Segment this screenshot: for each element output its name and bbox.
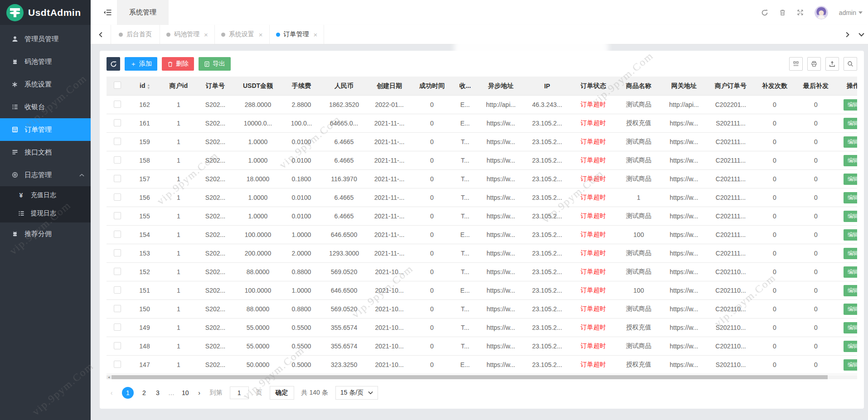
sidebar-item-cashier[interactable]: 收银台 [0, 96, 91, 118]
sidebar-item-withdraw-log[interactable]: 提现日志 [0, 204, 91, 222]
trash-icon[interactable] [779, 9, 786, 16]
refresh-icon[interactable] [761, 9, 768, 16]
tab-close-icon[interactable]: × [259, 31, 263, 38]
edit-button[interactable]: 编辑 [844, 359, 857, 371]
row-checkbox[interactable] [114, 212, 121, 219]
edit-button[interactable]: 编辑 [844, 248, 857, 259]
row-checkbox[interactable] [114, 305, 121, 312]
column-header-receive-addr: 收... [452, 77, 478, 96]
goto-page-input[interactable] [230, 386, 249, 399]
page-prev-icon[interactable]: ‹ [108, 389, 115, 396]
row-select-cell [107, 133, 128, 151]
print-icon[interactable] [807, 57, 821, 71]
topbar-actions: admin [761, 6, 868, 19]
edit-button[interactable]: 编辑 [844, 174, 857, 185]
topnav-system-management[interactable]: 系统管理 [117, 0, 169, 25]
tab-close-icon[interactable]: × [204, 31, 208, 38]
username[interactable]: admin [839, 9, 863, 16]
page-button-10[interactable]: 10 [182, 389, 189, 396]
tabs-menu-chevron-down-icon[interactable] [854, 25, 868, 44]
edit-button[interactable]: 编辑 [844, 304, 857, 315]
edit-button[interactable]: 编辑 [844, 341, 857, 352]
sidebar-item-recharge-log[interactable]: ¥充值日志 [0, 186, 91, 204]
row-checkbox[interactable] [114, 342, 121, 349]
edit-button[interactable]: 编辑 [844, 211, 857, 222]
row-checkbox[interactable] [114, 193, 121, 201]
cell-id: 159 [128, 133, 161, 151]
page-button-1[interactable]: 1 [122, 387, 134, 399]
row-checkbox[interactable] [114, 361, 121, 368]
sidebar-item-admin-management[interactable]: 管理员管理 [0, 28, 91, 50]
column-header-label: 网关地址 [671, 82, 697, 89]
caret-down-icon [858, 11, 863, 14]
horizontal-scrollbar[interactable]: ◂ [107, 375, 857, 379]
edit-button[interactable]: 编辑 [844, 229, 857, 241]
refresh-button[interactable] [107, 57, 120, 71]
edit-button[interactable]: 编辑 [844, 99, 857, 111]
tab-home[interactable]: 后台首页 [111, 25, 160, 44]
cell-order-no: S202... [196, 300, 234, 319]
cell-order-no: S202... [196, 281, 234, 300]
row-checkbox[interactable] [114, 249, 121, 256]
tab-close-icon[interactable]: × [314, 31, 318, 38]
cell-async-url: https://w... [478, 356, 524, 374]
select-all-checkbox[interactable] [114, 82, 121, 89]
row-checkbox[interactable] [114, 156, 121, 164]
confirm-button[interactable]: 确定 [270, 386, 294, 400]
sidebar-item-system-settings[interactable]: 系统设置 [0, 73, 91, 96]
scrollbar-left-arrow-icon[interactable]: ◂ [107, 375, 111, 379]
search-icon[interactable] [844, 57, 857, 71]
tab-codepool[interactable]: 码池管理× [160, 25, 215, 44]
page-button-2[interactable]: 2 [141, 389, 147, 396]
cell-usdt-amount: 1.0000 [234, 133, 281, 151]
row-checkbox[interactable] [114, 268, 121, 275]
cell-order-status: 订单超时 [571, 170, 616, 188]
columns-filter-icon[interactable] [789, 57, 803, 71]
cell-last-resend: 0 [795, 319, 837, 337]
sort-icon[interactable]: ▴▾ [147, 83, 150, 90]
export-data-icon[interactable] [825, 57, 839, 71]
edit-button[interactable]: 编辑 [844, 118, 857, 129]
row-checkbox[interactable] [114, 323, 121, 331]
sidebar-item-label: 充值日志 [31, 191, 56, 199]
row-checkbox[interactable] [114, 286, 121, 294]
edit-button[interactable]: 编辑 [844, 322, 857, 333]
cell-resend-count: 0 [755, 319, 795, 337]
tab-orders[interactable]: 订单管理× [270, 25, 325, 44]
cell-last-resend: 0 [795, 170, 837, 188]
delete-button[interactable]: 删除 [162, 57, 194, 71]
add-button[interactable]: ＋ 添加 [125, 57, 157, 71]
cell-order-no: S202... [196, 226, 234, 244]
sidebar-item-api-docs[interactable]: 接口文档 [0, 141, 91, 164]
cell-merchant-id: 1 [161, 207, 196, 226]
cell-order-status: 订单超时 [571, 263, 616, 281]
page-button-3[interactable]: 3 [155, 389, 161, 396]
row-checkbox[interactable] [114, 231, 121, 238]
cell-created-date: 2021-11-... [367, 170, 412, 188]
edit-button[interactable]: 编辑 [844, 136, 857, 148]
edit-button[interactable]: 编辑 [844, 192, 857, 203]
page-next-icon[interactable]: › [196, 389, 203, 396]
page-size-select[interactable]: 15 条/页 [335, 386, 378, 400]
cell-success-time: 0 [412, 263, 452, 281]
tabs-scroll-right-icon[interactable] [841, 25, 854, 44]
sidebar-item-log-management[interactable]: 日志管理 [0, 164, 91, 186]
scrollbar-thumb[interactable] [112, 375, 828, 379]
avatar[interactable] [815, 6, 828, 19]
row-checkbox[interactable] [114, 119, 121, 126]
sidebar-item-order-management[interactable]: 订单管理 [0, 118, 91, 141]
fullscreen-icon[interactable] [797, 9, 804, 16]
export-button[interactable]: 导出 [199, 57, 231, 71]
table-row: 1551S202...1.00000.01006.46652021-11-...… [107, 207, 857, 226]
row-checkbox[interactable] [114, 175, 121, 182]
sidebar-item-codepool-management[interactable]: 码池管理 [0, 50, 91, 73]
edit-button[interactable]: 编辑 [844, 155, 857, 166]
row-checkbox[interactable] [114, 101, 121, 108]
tabs-scroll-left-icon[interactable] [91, 25, 111, 44]
sidebar-item-referral-commission[interactable]: 推荐分佣 [0, 222, 91, 245]
row-checkbox[interactable] [114, 138, 121, 145]
edit-button[interactable]: 编辑 [844, 285, 857, 296]
tab-settings[interactable]: 系统设置× [215, 25, 270, 44]
sidebar-collapse-icon[interactable] [103, 9, 112, 16]
edit-button[interactable]: 编辑 [844, 266, 857, 278]
